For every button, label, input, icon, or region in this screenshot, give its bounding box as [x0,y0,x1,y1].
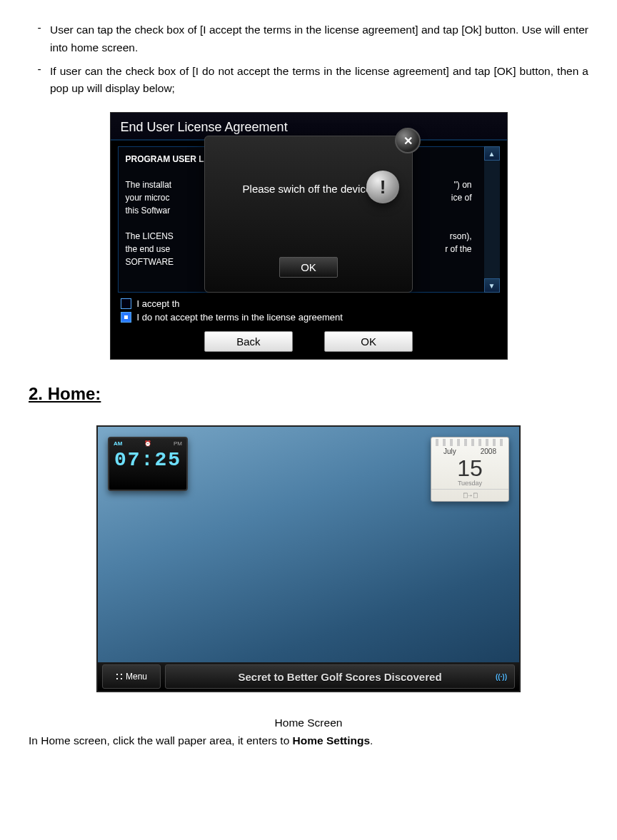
menu-icon [116,673,123,680]
bullet-marker: - [29,21,50,57]
section-heading: 2. Home: [29,384,588,404]
news-ticker[interactable]: Secret to Better Golf Scores Discovered … [165,664,515,689]
bullet-item: - If user can the check box of [I do not… [29,63,588,98]
bullet-marker: - [29,63,50,98]
eula-buttons: Back OK [111,324,507,352]
decline-label: I do not accept the terms in the license… [137,312,343,323]
popup-dialog: ✕ ! Please swich off the device! OK [204,136,413,293]
accept-label: I accept th [137,298,180,309]
eula-para: your microc [126,191,170,204]
clock-am: AM [114,440,122,447]
calendar-weekday: Tuesday [431,480,508,489]
eula-para: The LICENS [126,230,174,243]
eula-window: End User License Agreement PROGRAM USER … [110,112,508,360]
checkbox-accept[interactable] [121,298,131,309]
home-screenshot: AM ⏰ PM 07:25 July 2008 15 Tuesday ⎕→⎕ M… [29,425,588,695]
eula-screenshot: End User License Agreement PROGRAM USER … [29,112,588,363]
bullet-text: If user can the check box of [I do not a… [50,63,588,98]
ok-button[interactable]: OK [324,331,413,352]
home-screen[interactable]: AM ⏰ PM 07:25 July 2008 15 Tuesday ⎕→⎕ M… [96,425,521,692]
back-button[interactable]: Back [204,331,293,352]
calendar-month: July [443,447,456,455]
menu-label: Menu [126,672,147,682]
bullet-item: - User can tap the check box of [I accep… [29,21,588,57]
scroll-down-icon[interactable]: ▼ [484,278,500,293]
home-bottom-bar: Menu Secret to Better Golf Scores Discov… [98,662,519,691]
closing-prefix: In Home screen, click the wall paper are… [29,734,293,747]
warning-icon: ! [366,171,399,203]
home-caption: Home Screen [29,717,588,729]
closing-suffix: . [370,734,373,747]
scroll-up-icon[interactable]: ▲ [484,146,500,161]
closing-bold: Home Settings [293,734,371,747]
calendar-rings-icon [436,439,504,446]
ticker-text: Secret to Better Golf Scores Discovered [238,671,441,683]
signal-icon: ((·)) [496,673,507,681]
clock-time: 07:25 [109,449,186,471]
menu-button[interactable]: Menu [102,664,161,689]
clock-header: AM ⏰ PM [109,438,186,449]
calendar-year: 2008 [481,447,496,455]
decline-row[interactable]: I do not accept the terms in the license… [111,310,507,324]
closing-text: In Home screen, click the wall paper are… [29,732,588,749]
calendar-day: 15 [431,457,508,480]
popup-ok-button[interactable]: OK [279,257,338,278]
calendar-widget[interactable]: July 2008 15 Tuesday ⎕→⎕ [431,437,509,502]
scrollbar[interactable]: ▲ ▼ [484,146,500,293]
accept-row[interactable]: I accept th [111,297,507,310]
eula-para: the end use [126,243,171,255]
bullet-list: - User can tap the check box of [I accep… [29,21,588,98]
clock-widget[interactable]: AM ⏰ PM 07:25 [108,437,188,491]
checkbox-decline[interactable] [121,312,131,323]
calendar-toggle[interactable]: ⎕→⎕ [431,489,508,501]
close-icon[interactable]: ✕ [395,128,421,153]
alarm-icon: ⏰ [144,440,151,447]
bullet-text: User can tap the check box of [I accept … [50,21,588,57]
eula-para: The installat [126,178,172,191]
clock-pm: PM [174,440,182,447]
